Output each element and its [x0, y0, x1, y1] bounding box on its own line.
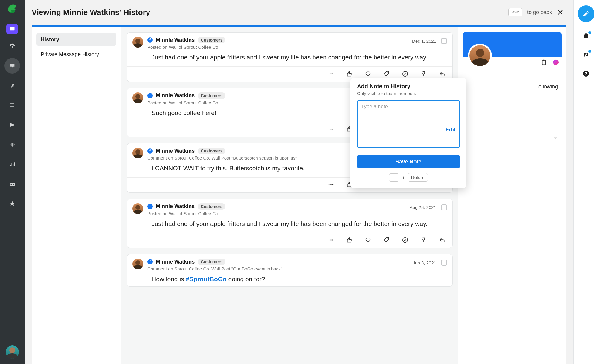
history-card: f Minnie Watkins Customers Comment on Sp… — [127, 254, 453, 287]
post-meta: Posted on Wall of Sprout Coffee Co. — [147, 211, 405, 216]
current-user-avatar[interactable] — [6, 345, 19, 359]
post-body: Just had one of your apple fritters and … — [127, 219, 452, 231]
svg-point-4 — [332, 73, 334, 74]
select-checkbox[interactable] — [441, 204, 447, 210]
author-avatar — [132, 203, 143, 214]
heart-icon[interactable] — [364, 236, 372, 244]
history-card: f Minnie Watkins Customers Posted on Wal… — [127, 32, 453, 82]
customer-badge: Customers — [198, 203, 225, 210]
popover-subtitle: Only visible to team members — [357, 91, 460, 96]
nav-smart-inbox-icon[interactable] — [6, 24, 18, 34]
return-key-hint: Return — [408, 173, 428, 182]
pin-icon[interactable] — [420, 236, 427, 244]
note-textarea[interactable] — [357, 100, 460, 148]
svg-point-8 — [330, 129, 332, 130]
expand-chevron[interactable] — [458, 134, 566, 140]
facebook-icon: f — [147, 204, 153, 209]
following-label: Following — [535, 84, 558, 90]
more-icon[interactable] — [327, 181, 335, 188]
profile-avatar — [468, 44, 492, 68]
hashtag-link[interactable]: #SproutBoGo — [186, 276, 227, 282]
facebook-icon: f — [147, 93, 153, 98]
author-avatar — [132, 259, 143, 269]
reply-icon[interactable] — [439, 236, 446, 244]
customer-badge: Customers — [198, 148, 225, 154]
pin-icon[interactable] — [420, 70, 427, 77]
svg-point-19 — [332, 239, 334, 241]
svg-point-9 — [332, 129, 334, 130]
heart-icon[interactable] — [364, 70, 372, 77]
nav-audio-icon[interactable] — [4, 137, 20, 152]
author-name: Minnie Watkins — [156, 259, 195, 265]
help-icon[interactable]: ? — [582, 69, 590, 78]
complete-icon[interactable] — [402, 70, 409, 77]
complete-icon[interactable] — [402, 236, 409, 244]
notifications-icon[interactable] — [582, 32, 590, 41]
tab-history[interactable]: History — [36, 33, 116, 46]
author-avatar — [132, 92, 143, 103]
customer-badge: Customers — [198, 92, 225, 99]
post-body-post: going on for? — [227, 276, 265, 282]
feedback-icon[interactable] — [582, 51, 590, 59]
nav-list-icon[interactable] — [4, 97, 20, 113]
author-name: Minnie Watkins — [156, 37, 195, 43]
post-body: Just had one of your apple fritters and … — [127, 53, 452, 65]
clipboard-icon[interactable] — [541, 59, 547, 66]
like-icon[interactable] — [346, 70, 353, 77]
post-body-pre: How long is — [152, 276, 186, 282]
popover-title: Add Note to History — [357, 83, 460, 90]
messenger-icon[interactable] — [553, 59, 559, 66]
facebook-icon: f — [147, 148, 153, 154]
select-checkbox[interactable] — [441, 260, 447, 266]
notification-dot — [588, 31, 591, 34]
save-note-button[interactable]: Save Note — [357, 155, 460, 168]
like-icon[interactable] — [346, 236, 353, 244]
svg-point-2 — [329, 73, 330, 74]
svg-point-5 — [387, 72, 388, 73]
app-logo[interactable] — [7, 4, 18, 14]
esc-key-hint: esc — [508, 8, 522, 16]
svg-point-17 — [329, 239, 330, 241]
tag-icon[interactable] — [383, 70, 390, 77]
svg-point-20 — [387, 238, 388, 239]
card-actions — [127, 233, 452, 248]
go-back-text: to go back — [527, 9, 552, 16]
close-icon[interactable] — [557, 9, 565, 16]
add-note-popover: Add Note to History Only visible to team… — [350, 78, 466, 188]
profile-column: Following — [458, 27, 566, 364]
svg-point-12 — [329, 184, 330, 185]
nav-bot-icon[interactable] — [4, 176, 20, 192]
author-avatar — [132, 37, 143, 48]
tag-icon[interactable] — [383, 236, 390, 244]
nav-pin-icon[interactable] — [4, 78, 20, 93]
nav-analytics-icon[interactable] — [4, 157, 20, 172]
facebook-icon: f — [147, 37, 153, 43]
edit-link[interactable]: Edit — [446, 127, 456, 133]
plus-text: + — [402, 175, 405, 180]
post-date: Aug 28, 2021 — [410, 205, 436, 210]
nav-star-icon[interactable] — [4, 196, 20, 212]
history-card: f Minnie Watkins Customers Posted on Wal… — [127, 199, 453, 248]
facebook-icon: f — [147, 259, 153, 264]
author-name: Minnie Watkins — [156, 148, 195, 154]
reply-icon[interactable] — [439, 70, 446, 77]
more-icon[interactable] — [327, 236, 335, 244]
svg-point-6 — [403, 71, 408, 76]
svg-rect-22 — [542, 60, 546, 65]
more-icon[interactable] — [327, 70, 335, 77]
sheet-side-tabs: History Private Message History — [32, 27, 121, 364]
nav-send-icon[interactable] — [4, 117, 20, 133]
customer-badge: Customers — [198, 37, 225, 43]
more-icon[interactable] — [327, 126, 335, 133]
keyboard-hint: + Return — [357, 173, 460, 182]
nav-dashboard-icon[interactable] — [4, 38, 20, 54]
tab-private-message-history[interactable]: Private Message History — [36, 48, 116, 61]
select-checkbox[interactable] — [441, 38, 447, 44]
svg-point-13 — [330, 184, 332, 185]
feedback-dot — [588, 50, 591, 53]
svg-point-14 — [332, 184, 334, 185]
compose-button[interactable] — [578, 5, 594, 22]
nav-inbox-icon[interactable] — [4, 58, 20, 74]
post-meta: Comment on Sprout Coffee Co. Wall Post "… — [147, 266, 409, 271]
svg-point-18 — [330, 239, 332, 241]
